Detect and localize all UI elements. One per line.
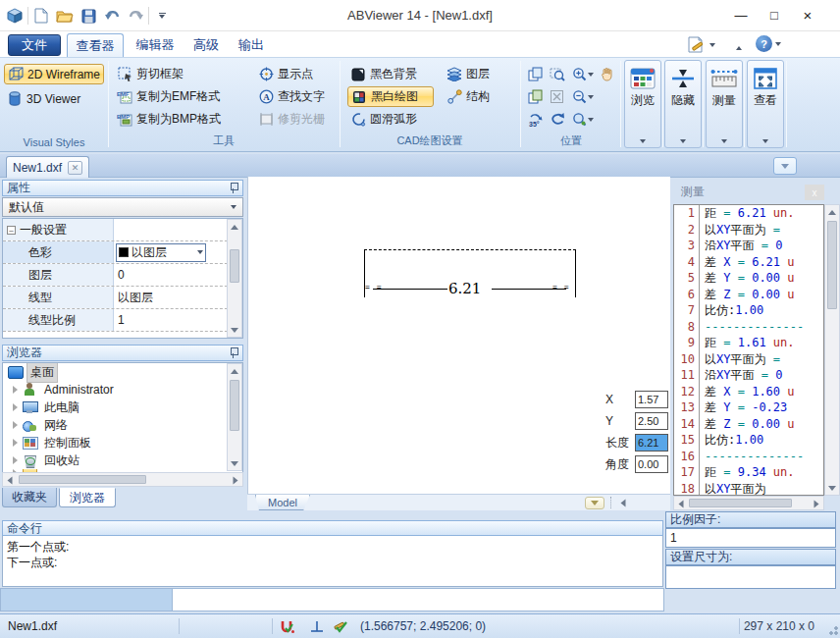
rotate-35-button[interactable]: 35° [525, 109, 548, 130]
close-button[interactable]: × [791, 4, 824, 26]
browse-button[interactable]: 浏览 [624, 60, 661, 148]
2d-wireframe-button[interactable]: 2D Wireframe [4, 64, 104, 84]
dock-tab-browser[interactable]: 浏览器 [59, 488, 116, 507]
model-tab[interactable]: Model [255, 495, 310, 510]
zoom-in-button[interactable] [569, 64, 597, 84]
collapse-icon[interactable]: – [7, 226, 16, 235]
pin-icon[interactable] [229, 183, 238, 194]
tab-viewer[interactable]: 查看器 [67, 33, 124, 57]
osnap-toggle[interactable] [280, 619, 295, 634]
maximize-button[interactable]: □ [758, 4, 791, 26]
canvas-scroll-left[interactable] [616, 496, 630, 509]
measure-dropdown-caret[interactable] [721, 139, 727, 143]
tab-file[interactable]: 文件 [8, 34, 61, 56]
layers-button[interactable]: 图层 [444, 64, 493, 84]
minimize-button[interactable]: — [724, 4, 758, 26]
coord-x-input[interactable]: 1.57 [635, 391, 668, 408]
show-points-button[interactable]: 显示点 [255, 64, 316, 84]
document-tab[interactable]: New1.dxf ✕ [6, 156, 89, 178]
bw-drawing-button[interactable]: 黑白绘图 [347, 86, 434, 107]
chevron-right-icon[interactable] [13, 421, 18, 429]
zoom-window-button[interactable] [547, 64, 568, 84]
color-combo[interactable]: 以图层 [116, 243, 206, 262]
property-row-color[interactable]: 色彩 以图层 [3, 241, 242, 264]
measure-v-scrollbar[interactable] [824, 204, 840, 496]
measure-button[interactable]: 测量 [706, 60, 743, 148]
browse-dropdown-caret[interactable] [640, 139, 646, 143]
tree-item[interactable]: Administrator [3, 381, 242, 399]
command-input-selection[interactable] [0, 588, 173, 611]
help-icon: ? [756, 35, 772, 52]
pan-pages-button[interactable] [525, 64, 547, 84]
3d-viewer-button[interactable]: 3D Viewer [4, 88, 104, 109]
property-row-general[interactable]: –一般设置 [3, 219, 242, 241]
measure-h-scrollbar[interactable] [673, 496, 824, 510]
group-separator [620, 61, 621, 147]
tree-item[interactable]: 此电脑 [3, 399, 242, 416]
copy-bmp-button[interactable]: BMP 复制为BMP格式 [114, 109, 224, 130]
cut-frame-button[interactable]: 剪切框架 [114, 64, 186, 84]
command-input[interactable] [173, 588, 664, 611]
collapse-ribbon-button[interactable] [736, 39, 742, 53]
tree-item[interactable]: 控制面板 [3, 434, 242, 452]
tab-list-button[interactable] [773, 157, 797, 175]
snap-toggle[interactable] [332, 619, 348, 634]
ortho-toggle[interactable] [310, 620, 324, 633]
black-background-button[interactable]: 黑色背景 [347, 64, 420, 84]
properties-grid: –一般设置 色彩 以图层 图层 0 线型 以图层 线型比例 1 [2, 218, 243, 339]
hide-dropdown-caret[interactable] [680, 139, 686, 143]
dock-tab-favorites[interactable]: 收藏夹 [2, 488, 57, 507]
properties-preset-dropdown[interactable]: 默认值 [2, 197, 243, 217]
copy-emf-button[interactable]: EMF 复制为EMF格式 [114, 86, 223, 107]
chevron-right-icon[interactable] [13, 439, 18, 447]
measure-close-button[interactable]: x [805, 185, 824, 200]
zoom-extents-button[interactable] [569, 109, 597, 130]
style-menu-button[interactable] [687, 36, 715, 53]
structure-button[interactable]: 结构 [444, 86, 493, 107]
coord-angle-input[interactable]: 0.00 [635, 455, 668, 473]
zoom-out-button[interactable] [569, 86, 597, 107]
measure-output[interactable]: 1距 = 6.21 un. 2以XY平面为 = 3沿XY平面 = 0 4差 X … [673, 204, 824, 496]
chevron-right-icon[interactable] [13, 386, 18, 394]
command-line-header[interactable]: 命令行 [2, 520, 663, 536]
smooth-arc-button[interactable]: 圆滑弧形 [347, 109, 420, 130]
fit-to-window-button[interactable] [547, 86, 567, 107]
tab-advanced[interactable]: 高级 [186, 33, 226, 57]
browser-v-scrollbar[interactable] [227, 363, 242, 471]
group-separator [340, 61, 341, 147]
tab-editor[interactable]: 编辑器 [130, 33, 181, 57]
browser-h-scrollbar[interactable] [2, 472, 243, 487]
coord-length-input[interactable]: 6.21 [635, 434, 668, 452]
view-dropdown-caret[interactable] [762, 139, 768, 143]
properties-scrollbar[interactable] [227, 219, 242, 338]
help-button[interactable]: ? [756, 35, 781, 52]
copy-view-button[interactable] [525, 86, 547, 107]
previous-view-button[interactable] [547, 109, 568, 130]
property-row-ltscale[interactable]: 线型比例 1 [3, 309, 242, 332]
pan-hand-button[interactable] [597, 64, 617, 84]
tab-output[interactable]: 输出 [232, 33, 271, 57]
chevron-right-icon[interactable] [13, 456, 18, 464]
2d-wireframe-label: 2D Wireframe [27, 68, 100, 81]
pin-icon[interactable] [229, 347, 238, 359]
document-tab-close-icon[interactable]: ✕ [68, 161, 82, 175]
chevron-right-icon[interactable] [13, 403, 18, 411]
measure-line-text: 以XY平面为 = [705, 222, 780, 239]
set-dimension-input[interactable] [665, 565, 836, 589]
tree-item[interactable]: 网络 [3, 416, 242, 434]
hide-button[interactable]: 隐藏 [664, 60, 702, 148]
resize-grip[interactable] [826, 623, 838, 635]
property-row-linetype[interactable]: 线型 以图层 [3, 287, 242, 309]
browser-panel-header[interactable]: 浏览器 [2, 345, 243, 361]
scale-factor-input[interactable]: 1 [665, 528, 836, 548]
tree-item[interactable]: 回收站 [3, 452, 242, 469]
view-button[interactable]: 查看 [747, 60, 784, 148]
tree-item[interactable]: 桌面 [3, 363, 242, 381]
find-text-button[interactable]: A 查找文字 [255, 86, 328, 107]
drawing-canvas[interactable]: 6.21 = = = = X 1.57 Y 2.50 长度 6.21 角度 0.… [247, 177, 670, 494]
properties-panel-header[interactable]: 属性 [2, 180, 243, 196]
layout-list-button[interactable] [585, 497, 604, 509]
measure-line: 13差 Y = -0.23 [674, 399, 823, 416]
coord-y-input[interactable]: 2.50 [635, 412, 668, 430]
property-row-layer[interactable]: 图层 0 [3, 264, 242, 287]
